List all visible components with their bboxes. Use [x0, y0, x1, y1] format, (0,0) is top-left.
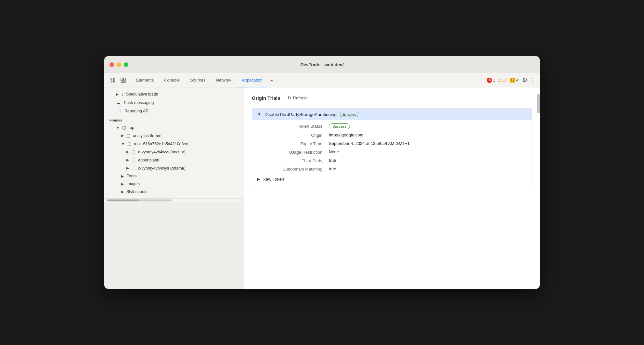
- frame-top-icon: ▢: [122, 125, 126, 130]
- trial-details: Token Status Success Origin https://goog…: [252, 120, 532, 187]
- toolbar: Elements Console Sources Network Applica…: [104, 73, 540, 87]
- expand-fonts-icon: ▶: [121, 174, 124, 178]
- third-party-value: true: [329, 158, 336, 163]
- horizontal-scrollbar-thumb[interactable]: [107, 199, 139, 201]
- sidebar-item-speculative-loads[interactable]: ▶ ↓ Speculative loads: [104, 90, 244, 98]
- tab-application[interactable]: Application: [237, 73, 267, 87]
- expiry-value: September 4, 2024 at 12:59:59 AM GMT+1: [329, 141, 410, 146]
- sidebar-item-root-frame[interactable]: ▼ ▢ root_616a752e1b5d4210d3ec: [104, 140, 244, 148]
- sidebar-item-reporting-api[interactable]: 📄 Reporting API: [104, 107, 244, 115]
- expand-arrow-icon: ▶: [116, 92, 119, 96]
- reporting-api-icon: 📄: [116, 109, 121, 113]
- toolbar-right: ✕ 1 ⚠ 17 ! 4 ⚙ ⋮: [487, 77, 536, 84]
- horizontal-scrollbar-track[interactable]: [107, 199, 172, 201]
- expand-bframe-icon: ▶: [126, 166, 129, 170]
- frames-section-header: Frames: [104, 115, 244, 123]
- success-badge: Success: [329, 123, 350, 129]
- expand-anchor-icon: ▶: [126, 150, 129, 154]
- usage-restriction-value: None: [329, 149, 339, 154]
- subdomain-label: Subdomain Matching: [257, 166, 329, 172]
- expand-analytics-icon: ▶: [121, 134, 124, 138]
- frame-analytics-icon: ▢: [126, 133, 130, 138]
- sidebar-item-fonts[interactable]: ▶ Fonts: [104, 172, 244, 180]
- more-tabs-button[interactable]: »: [268, 77, 275, 83]
- sidebar-item-analytics-iframe[interactable]: ▶ ▢ analytics-iframe: [104, 132, 244, 140]
- usage-restriction-label: Usage Restriction: [257, 149, 329, 155]
- subdomain-value: true: [329, 166, 336, 171]
- frame-bframe-icon: ▢: [132, 166, 135, 171]
- sidebar-item-about-blank[interactable]: ▶ ▢ about:blank: [104, 156, 244, 164]
- main-content: ▶ ↓ Speculative loads ☁ Push messaging 📄…: [104, 87, 540, 289]
- sidebar-item-push-messaging[interactable]: ☁ Push messaging: [104, 98, 244, 107]
- info-icon: !: [510, 78, 515, 83]
- raw-token-section: ▶ Raw Token: [252, 177, 532, 182]
- trial-name: DisableThirdPartyStoragePartitioning: [264, 112, 337, 117]
- maximize-button[interactable]: [124, 62, 128, 67]
- third-party-row: Third Party true: [252, 155, 532, 163]
- frame-blank-icon: ▢: [132, 158, 135, 162]
- refresh-button[interactable]: ↻ Refresh: [286, 94, 310, 102]
- trial-header[interactable]: ▼ DisableThirdPartyStoragePartitioning E…: [252, 109, 532, 120]
- third-party-label: Third Party: [257, 158, 329, 163]
- sidebar-bottom-scrollbar[interactable]: [104, 198, 244, 202]
- tab-elements[interactable]: Elements: [132, 73, 158, 87]
- sidebar-item-bframe[interactable]: ▶ ▢ c-vynmy4vb4wys (bframe): [104, 164, 244, 172]
- subdomain-matching-row: Subdomain Matching true: [252, 163, 532, 172]
- origin-trial-section: ▼ DisableThirdPartyStoragePartitioning E…: [252, 108, 532, 187]
- inspect-icon[interactable]: [119, 76, 128, 85]
- token-status-label: Token Status: [257, 123, 329, 129]
- warning-badge[interactable]: ⚠ 17: [498, 78, 507, 83]
- enabled-badge: Enabled: [340, 112, 359, 117]
- right-panel: Origin Trials ↻ Refresh ▼ DisableThirdPa…: [244, 87, 540, 289]
- origin-row: Origin https://google.com: [252, 129, 532, 138]
- svg-rect-4: [123, 81, 125, 83]
- svg-rect-1: [121, 78, 123, 80]
- token-status-row: Token Status Success: [252, 120, 532, 129]
- tab-sources[interactable]: Sources: [186, 73, 210, 87]
- right-scrollbar-track[interactable]: [537, 87, 540, 289]
- titlebar: DevTools - web.dev/: [104, 56, 540, 73]
- raw-token-header[interactable]: ▶ Raw Token: [257, 177, 526, 182]
- close-button[interactable]: [109, 62, 114, 67]
- usage-restriction-row: Usage Restriction None: [252, 146, 532, 155]
- tab-console[interactable]: Console: [160, 73, 184, 87]
- panel-header: Origin Trials ↻ Refresh: [252, 94, 532, 102]
- sidebar-item-stylesheets[interactable]: ▶ Stylesheets: [104, 188, 244, 196]
- expiry-row: Expiry Time September 4, 2024 at 12:59:5…: [252, 138, 532, 146]
- expand-top-icon: ▼: [116, 126, 120, 130]
- trial-expand-icon: ▼: [257, 112, 261, 117]
- svg-rect-3: [121, 81, 123, 83]
- tab-network[interactable]: Network: [212, 73, 236, 87]
- cursor-icon[interactable]: [108, 76, 117, 85]
- right-scrollbar-thumb[interactable]: [537, 94, 540, 113]
- svg-rect-2: [123, 78, 125, 80]
- sidebar-item-images[interactable]: ▶ Images: [104, 180, 244, 188]
- expand-images-icon: ▶: [121, 182, 124, 186]
- sidebar-item-top[interactable]: ▼ ▢ top: [104, 123, 244, 132]
- expand-stylesheets-icon: ▶: [121, 190, 124, 194]
- frame-root-icon: ▢: [127, 141, 131, 146]
- expiry-label: Expiry Time: [257, 141, 329, 146]
- error-badge[interactable]: ✕ 1: [487, 78, 495, 83]
- push-messaging-icon: ☁: [116, 100, 121, 105]
- speculative-loads-icon: ↓: [121, 92, 123, 97]
- panel-title: Origin Trials: [252, 95, 280, 101]
- devtools-window: DevTools - web.dev/ Elements: [104, 56, 540, 289]
- refresh-icon: ↻: [288, 95, 291, 100]
- error-icon: ✕: [487, 78, 492, 83]
- raw-token-expand-icon: ▶: [257, 177, 260, 181]
- warning-icon: ⚠: [498, 78, 502, 83]
- frame-anchor-icon: ▢: [132, 149, 135, 154]
- origin-label: Origin: [257, 133, 329, 138]
- origin-value: https://google.com: [329, 133, 363, 137]
- sidebar-item-anchor-frame[interactable]: ▶ ▢ a-vynmy4vb4wys (anchor): [104, 148, 244, 156]
- traffic-lights: [109, 62, 128, 67]
- toolbar-icons: [108, 76, 128, 85]
- expand-root-icon: ▼: [121, 142, 125, 146]
- minimize-button[interactable]: [117, 62, 121, 67]
- info-badge[interactable]: ! 4: [510, 78, 518, 83]
- more-menu-button[interactable]: ⋮: [530, 77, 536, 84]
- window-title: DevTools - web.dev/: [300, 62, 344, 67]
- settings-button[interactable]: ⚙: [522, 77, 527, 84]
- expand-blank-icon: ▶: [126, 158, 129, 162]
